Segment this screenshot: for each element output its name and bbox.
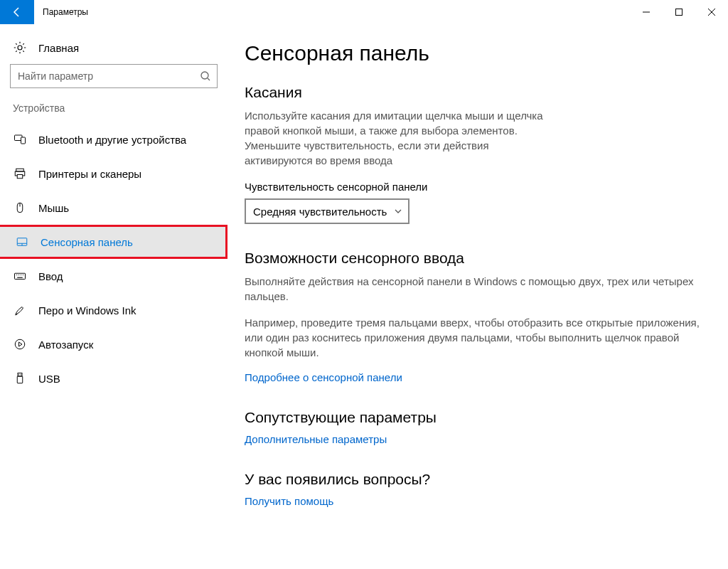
sensitivity-dropdown[interactable]: Средняя чувствительность xyxy=(245,198,410,224)
window-title: Параметры xyxy=(34,0,88,24)
sidebar-item-label: Принтеры и сканеры xyxy=(38,168,141,180)
sidebar: Главная Устройства Bluetooth и другие ус… xyxy=(0,24,228,569)
learn-more-link[interactable]: Подробнее о сенсорной панели xyxy=(245,371,708,383)
dropdown-value: Средняя чувствительность xyxy=(253,206,387,218)
usb-icon xyxy=(13,372,27,385)
home-link[interactable]: Главная xyxy=(0,36,228,64)
sidebar-item-usb[interactable]: USB xyxy=(0,361,228,395)
taps-body: Используйте касания для имитации щелчка … xyxy=(245,108,550,168)
sidebar-item-label: Сенсорная панель xyxy=(41,236,133,248)
page-title: Сенсорная панель xyxy=(245,41,708,65)
advanced-link[interactable]: Дополнительные параметры xyxy=(245,433,708,445)
search-icon xyxy=(200,70,211,82)
keyboard-icon xyxy=(13,270,27,282)
search-box[interactable] xyxy=(10,64,218,88)
section-help: У вас появились вопросы? Получить помощь xyxy=(245,471,708,507)
related-heading: Сопутствующие параметры xyxy=(245,409,708,426)
sidebar-item-printers[interactable]: Принтеры и сканеры xyxy=(0,156,228,191)
sidebar-item-label: Bluetooth и другие устройства xyxy=(38,134,186,146)
help-heading: У вас появились вопросы? xyxy=(245,471,708,488)
printer-icon xyxy=(13,167,27,180)
sidebar-item-autoplay[interactable]: Автозапуск xyxy=(0,327,228,361)
svg-rect-6 xyxy=(17,175,23,179)
svg-rect-0 xyxy=(676,9,682,16)
svg-rect-19 xyxy=(18,373,22,377)
close-button[interactable] xyxy=(695,0,728,24)
touchpad-icon xyxy=(15,235,29,248)
maximize-button[interactable] xyxy=(663,0,695,24)
svg-rect-20 xyxy=(17,376,23,383)
svg-rect-4 xyxy=(16,169,24,171)
autoplay-icon xyxy=(13,338,27,351)
sidebar-item-label: Автозапуск xyxy=(38,339,93,351)
section-taps: Касания Используйте касания для имитации… xyxy=(245,84,708,224)
gestures-body1: Выполняйте действия на сенсорной панели … xyxy=(245,274,700,304)
sidebar-item-label: Мышь xyxy=(38,202,69,214)
section-gestures: Возможности сенсорного ввода Выполняйте … xyxy=(245,250,708,383)
get-help-link[interactable]: Получить помощь xyxy=(245,495,708,507)
svg-rect-12 xyxy=(15,273,26,279)
home-label: Главная xyxy=(38,42,79,54)
sidebar-item-pen[interactable]: Перо и Windows Ink xyxy=(0,293,228,327)
sidebar-item-label: Ввод xyxy=(38,270,63,282)
search-input[interactable] xyxy=(18,70,200,82)
sidebar-item-touchpad[interactable]: Сенсорная панель xyxy=(0,225,228,259)
svg-rect-3 xyxy=(21,137,26,144)
svg-point-1 xyxy=(201,72,208,79)
sidebar-item-label: USB xyxy=(38,373,60,385)
devices-icon xyxy=(13,133,27,146)
sidebar-item-label: Перо и Windows Ink xyxy=(38,304,136,317)
mouse-icon xyxy=(13,201,27,214)
titlebar: Параметры xyxy=(0,0,728,24)
sensitivity-label: Чувствительность сенсорной панели xyxy=(245,181,708,193)
category-label: Устройства xyxy=(0,102,228,122)
gestures-body2: Например, проведите тремя пальцами вверх… xyxy=(245,315,700,360)
sidebar-item-mouse[interactable]: Мышь xyxy=(0,191,228,225)
taps-heading: Касания xyxy=(245,84,708,101)
gear-icon xyxy=(13,41,27,54)
chevron-down-icon xyxy=(394,207,402,216)
sidebar-item-typing[interactable]: Ввод xyxy=(0,259,228,293)
pen-icon xyxy=(13,304,27,317)
sidebar-item-bluetooth[interactable]: Bluetooth и другие устройства xyxy=(0,122,228,156)
back-button[interactable] xyxy=(0,0,34,24)
minimize-button[interactable] xyxy=(630,0,663,24)
section-related: Сопутствующие параметры Дополнительные п… xyxy=(245,409,708,445)
gestures-heading: Возможности сенсорного ввода xyxy=(245,250,708,267)
svg-point-18 xyxy=(15,339,25,349)
main-content: Сенсорная панель Касания Используйте кас… xyxy=(228,24,728,569)
